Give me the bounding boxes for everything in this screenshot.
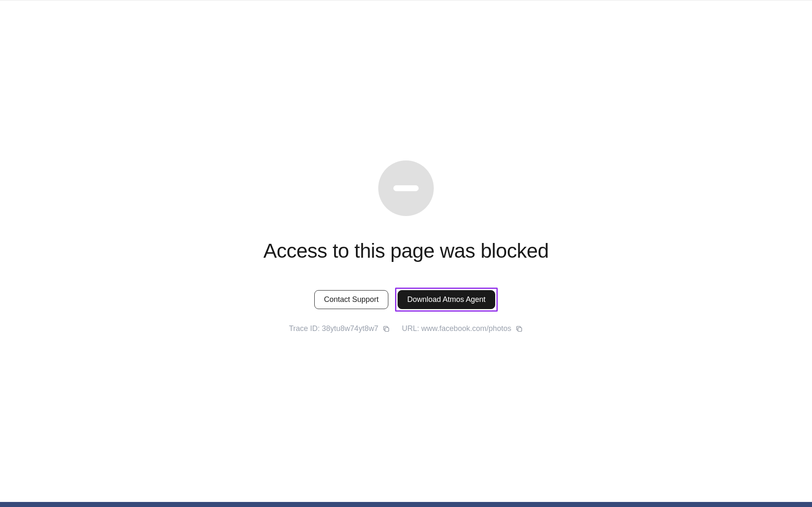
svg-rect-1 [518, 328, 522, 331]
dash-icon [393, 185, 419, 191]
trace-id-item: Trace ID: 38ytu8w74yt8w7 [289, 324, 390, 333]
url-text: URL: www.facebook.com/photos [402, 324, 511, 333]
svg-rect-0 [385, 328, 389, 331]
button-row: Contact Support Download Atmos Agent [314, 288, 498, 312]
highlight-box: Download Atmos Agent [395, 288, 498, 312]
info-row: Trace ID: 38ytu8w74yt8w7 URL: www.facebo… [289, 324, 523, 333]
copy-url-icon[interactable] [515, 325, 523, 333]
contact-support-button[interactable]: Contact Support [314, 290, 388, 309]
page-title: Access to this page was blocked [263, 239, 549, 262]
blocked-icon [378, 160, 434, 216]
bottom-bar [0, 502, 812, 507]
trace-id-text: Trace ID: 38ytu8w74yt8w7 [289, 324, 378, 333]
download-agent-button[interactable]: Download Atmos Agent [398, 290, 495, 309]
blocked-page-container: Access to this page was blocked Contact … [0, 0, 812, 333]
url-item: URL: www.facebook.com/photos [402, 324, 523, 333]
copy-trace-icon[interactable] [382, 325, 390, 333]
